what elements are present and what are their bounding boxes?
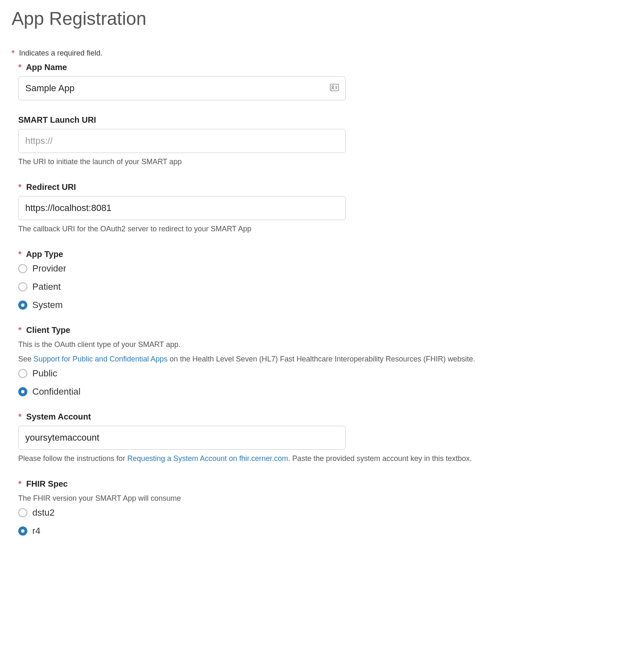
app-type-label: * App Type	[12, 250, 632, 259]
client-type-desc-see: See	[18, 355, 34, 363]
system-account-label: * System Account	[12, 412, 632, 422]
app-name-label-text: App Name	[26, 63, 67, 72]
radio-unchecked-icon	[18, 282, 27, 291]
smart-launch-uri-label: SMART Launch URI	[12, 115, 632, 125]
radio-checked-icon	[18, 301, 27, 310]
app-type-provider-radio[interactable]: Provider	[18, 263, 632, 274]
asterisk-icon: *	[18, 479, 22, 488]
smart-launch-uri-label-text: SMART Launch URI	[18, 115, 96, 124]
radio-unchecked-icon	[18, 264, 27, 273]
client-type-confidential-label: Confidential	[32, 386, 80, 397]
svg-point-1	[332, 86, 334, 87]
app-type-system-label: System	[32, 300, 63, 310]
redirect-uri-input[interactable]	[18, 196, 346, 220]
client-type-desc-suffix: on the Health Level Seven (HL7) Fast Hea…	[167, 355, 475, 363]
client-type-desc-2: See Support for Public and Confidential …	[18, 354, 632, 365]
smart-launch-uri-input[interactable]	[18, 129, 346, 153]
client-type-group: * Client Type This is the OAuth client t…	[12, 325, 632, 397]
system-account-input[interactable]	[18, 426, 346, 450]
client-type-public-label: Public	[32, 368, 57, 379]
asterisk-icon: *	[18, 250, 22, 259]
system-account-help: Please follow the instructions for Reque…	[18, 453, 632, 464]
app-type-patient-radio[interactable]: Patient	[18, 281, 632, 292]
client-type-support-link[interactable]: Support for Public and Confidential Apps	[34, 355, 167, 363]
app-type-provider-label: Provider	[32, 263, 66, 274]
asterisk-icon: *	[18, 325, 22, 335]
app-name-input[interactable]	[18, 76, 346, 100]
smart-launch-uri-help: The URI to initiate the launch of your S…	[18, 156, 632, 167]
smart-launch-uri-group: SMART Launch URI The URI to initiate the…	[12, 115, 632, 167]
asterisk-icon: *	[18, 412, 22, 421]
radio-unchecked-icon	[18, 369, 27, 378]
fhir-spec-group: * FHIR Spec The FHIR version your SMART …	[12, 479, 632, 536]
asterisk-icon: *	[18, 63, 22, 72]
fhir-spec-dstu2-radio[interactable]: dstu2	[18, 507, 632, 518]
page-title: App Registration	[12, 8, 632, 29]
redirect-uri-help: The callback URI for the OAuth2 server t…	[18, 223, 632, 235]
radio-unchecked-icon	[18, 508, 27, 517]
redirect-uri-label: * Redirect URI	[12, 182, 632, 192]
system-account-help-suffix: . Paste the provided system account key …	[288, 454, 472, 463]
app-type-label-text: App Type	[26, 250, 63, 259]
app-type-patient-label: Patient	[32, 281, 61, 292]
asterisk-icon: *	[18, 182, 22, 192]
required-note-text: Indicates a required field.	[19, 49, 102, 57]
system-account-label-text: System Account	[26, 412, 91, 421]
asterisk-icon: *	[12, 49, 15, 57]
fhir-spec-r4-radio[interactable]: r4	[18, 526, 632, 536]
radio-checked-icon	[18, 387, 27, 396]
client-type-desc-1: This is the OAuth client type of your SM…	[18, 339, 632, 350]
app-type-system-radio[interactable]: System	[18, 300, 632, 310]
app-name-group: * App Name	[12, 63, 632, 100]
client-type-label-text: Client Type	[26, 325, 70, 335]
client-type-confidential-radio[interactable]: Confidential	[18, 386, 632, 397]
app-type-group: * App Type Provider Patient System	[12, 250, 632, 310]
app-name-label: * App Name	[12, 63, 632, 72]
client-type-public-radio[interactable]: Public	[18, 368, 632, 379]
redirect-uri-group: * Redirect URI The callback URI for the …	[12, 182, 632, 235]
id-card-icon	[330, 84, 339, 93]
system-account-help-prefix: Please follow the instructions for	[18, 454, 127, 463]
redirect-uri-label-text: Redirect URI	[26, 182, 76, 192]
client-type-label: * Client Type	[12, 325, 632, 335]
system-account-group: * System Account Please follow the instr…	[12, 412, 632, 464]
required-field-note: * Indicates a required field.	[12, 49, 632, 58]
fhir-spec-help: The FHIR version your SMART App will con…	[18, 493, 632, 504]
fhir-spec-label-text: FHIR Spec	[26, 479, 68, 488]
radio-checked-icon	[18, 526, 27, 536]
fhir-spec-label: * FHIR Spec	[12, 479, 632, 489]
system-account-help-link[interactable]: Requesting a System Account on fhir.cern…	[127, 454, 288, 463]
fhir-spec-dstu2-label: dstu2	[32, 507, 55, 518]
fhir-spec-r4-label: r4	[32, 526, 41, 536]
